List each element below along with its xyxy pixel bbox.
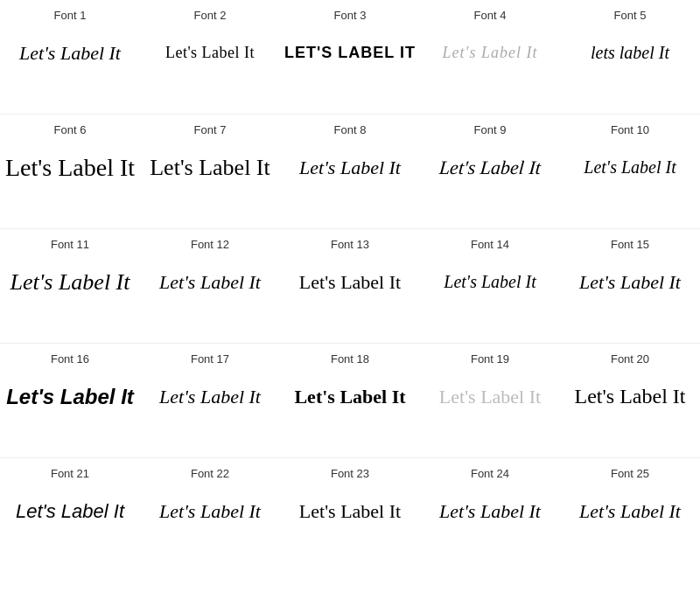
font-label-15: Font 15 [611,238,649,251]
font-cell-3[interactable]: Font 3LET'S LABEL IT [280,0,420,114]
font-sample-24: Let's Label It [424,487,556,535]
font-sample-1: Let's Label It [4,29,136,77]
font-text-20: Let's Label It [575,385,686,408]
font-text-6: Let's Label It [5,154,135,182]
font-sample-17: Let's Label It [144,373,276,421]
font-sample-15: Let's Label It [564,258,696,306]
font-text-17: Let's Label It [159,386,261,408]
font-label-11: Font 11 [51,238,89,251]
font-text-12: Let's Label It [159,271,261,294]
font-text-14: Let's Label It [444,272,536,292]
font-cell-17[interactable]: Font 17Let's Label It [140,344,280,457]
font-text-4: Let's Label It [443,44,538,62]
font-cell-16[interactable]: Font 16Let's Label It [0,344,140,457]
font-text-21: Let's Label It [16,500,124,523]
font-text-11: Let's Label It [10,269,130,296]
font-cell-18[interactable]: Font 18Let's Label It [280,344,420,457]
font-label-13: Font 13 [331,238,369,251]
font-sample-4: Let's Label It [424,29,556,77]
font-label-22: Font 22 [191,467,229,480]
font-text-10: Let's Label It [584,157,676,178]
font-text-23: Let's Label It [299,500,401,523]
font-cell-13[interactable]: Font 13Let's Label It [280,229,420,343]
font-label-21: Font 21 [51,467,89,480]
font-label-14: Font 14 [471,238,509,251]
font-cell-20[interactable]: Font 20Let's Label It [560,344,700,457]
font-label-25: Font 25 [611,467,649,480]
font-cell-1[interactable]: Font 1Let's Label It [0,0,140,114]
font-label-6: Font 6 [54,123,87,136]
font-text-22: Let's Label It [159,500,261,523]
font-sample-19: Let's Label It [424,373,556,421]
font-label-8: Font 8 [334,123,367,136]
font-label-18: Font 18 [331,352,369,366]
font-cell-9[interactable]: Font 9Let's Label It [420,115,560,228]
font-cell-19[interactable]: Font 19Let's Label It [420,344,560,457]
font-text-9: Let's Label It [438,157,542,179]
font-label-24: Font 24 [471,467,509,480]
font-label-9: Font 9 [474,123,507,136]
font-sample-7: Let's Label It [144,143,276,192]
font-text-18: Let's Label It [294,386,405,408]
font-label-20: Font 20 [611,352,649,366]
font-cell-10[interactable]: Font 10Let's Label It [560,115,700,228]
font-cell-4[interactable]: Font 4Let's Label It [420,0,560,114]
font-sample-10: Let's Label It [564,143,696,192]
font-label-5: Font 5 [614,9,647,22]
font-label-17: Font 17 [191,352,229,366]
font-sample-20: Let's Label It [564,373,696,421]
font-sample-14: Let's Label It [424,258,556,306]
font-sample-5: lets label It [564,29,696,77]
font-cell-14[interactable]: Font 14Let's Label It [420,229,560,343]
font-text-7: Let's Label It [150,155,270,181]
font-text-24: Let's Label It [439,500,541,523]
font-sample-21: Let's Label It [4,487,136,535]
font-cell-25[interactable]: Font 25Let's Label It [560,458,700,572]
font-label-3: Font 3 [334,9,367,22]
font-sample-2: Let's Label It [144,29,276,77]
font-cell-2[interactable]: Font 2Let's Label It [140,0,280,114]
font-text-1: Let's Label It [19,42,121,65]
font-grid: Font 1Let's Label ItFont 2Let's Label It… [0,0,700,572]
font-label-12: Font 12 [191,238,229,251]
font-cell-15[interactable]: Font 15Let's Label It [560,229,700,343]
font-sample-22: Let's Label It [144,487,276,535]
font-cell-5[interactable]: Font 5lets label It [560,0,700,114]
font-label-4: Font 4 [474,9,507,22]
font-sample-18: Let's Label It [284,373,416,421]
font-cell-7[interactable]: Font 7Let's Label It [140,115,280,228]
font-sample-12: Let's Label It [144,258,276,306]
font-label-19: Font 19 [471,352,509,366]
font-text-25: Let's Label It [579,500,681,523]
font-sample-23: Let's Label It [284,487,416,535]
font-sample-3: LET'S LABEL IT [284,29,416,77]
font-cell-8[interactable]: Font 8Let's Label It [280,115,420,228]
font-label-1: Font 1 [54,9,87,22]
font-text-8: Let's Label It [299,157,401,179]
font-cell-21[interactable]: Font 21Let's Label It [0,458,140,572]
font-text-19: Let's Label It [439,386,541,408]
font-label-23: Font 23 [331,467,369,480]
font-label-16: Font 16 [51,352,89,366]
font-sample-13: Let's Label It [284,258,416,306]
font-text-2: Let's Label It [165,44,255,62]
font-sample-25: Let's Label It [564,487,696,535]
font-label-7: Font 7 [194,123,227,136]
font-text-3: LET'S LABEL IT [284,44,416,62]
font-text-13: Let's Label It [299,271,401,294]
font-sample-6: Let's Label It [4,143,136,192]
font-cell-24[interactable]: Font 24Let's Label It [420,458,560,572]
font-text-5: lets label It [591,43,669,63]
font-cell-11[interactable]: Font 11Let's Label It [0,229,140,343]
font-text-15: Let's Label It [579,271,681,294]
font-cell-23[interactable]: Font 23Let's Label It [280,458,420,572]
font-cell-6[interactable]: Font 6Let's Label It [0,115,140,228]
font-cell-12[interactable]: Font 12Let's Label It [140,229,280,343]
font-sample-16: Let's Label It [4,373,136,421]
font-label-2: Font 2 [194,9,227,22]
font-text-16: Let's Label It [6,385,134,409]
font-sample-11: Let's Label It [4,258,136,306]
font-sample-8: Let's Label It [284,143,416,192]
font-sample-9: Let's Label It [424,143,556,192]
font-cell-22[interactable]: Font 22Let's Label It [140,458,280,572]
